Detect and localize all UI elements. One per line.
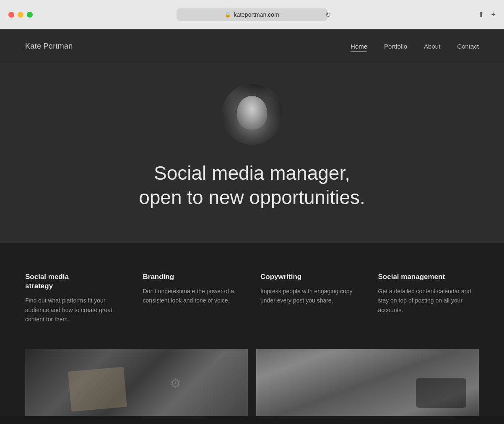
site-logo[interactable]: Kate Portman — [25, 42, 73, 51]
nav-link-portfolio[interactable]: Portfolio — [384, 43, 407, 50]
service-desc-1: Don't underestimate the power of a consi… — [143, 287, 244, 305]
reload-button[interactable]: ↻ — [325, 11, 331, 19]
portfolio-thumb-right-image — [256, 349, 479, 416]
nav-link-home[interactable]: Home — [351, 43, 367, 50]
service-branding: Branding Don't underestimate the power o… — [143, 272, 244, 324]
address-bar[interactable]: 🔒 kateportman.com — [177, 8, 327, 21]
services-section: Social mediastrategy Find out what platf… — [0, 243, 504, 349]
portfolio-thumb-right[interactable] — [256, 349, 479, 416]
share-button[interactable]: ⬆ — [478, 10, 484, 19]
nav-link-about[interactable]: About — [424, 43, 440, 50]
browser-actions: ⬆ + — [478, 10, 496, 19]
service-desc-3: Get a detailed content calendar and stay… — [378, 287, 479, 315]
traffic-lights — [8, 12, 33, 18]
service-title-1: Branding — [143, 272, 244, 282]
portfolio-thumb-left[interactable] — [25, 349, 248, 416]
nav-link-contact[interactable]: Contact — [457, 43, 479, 50]
browser-chrome: 🔒 kateportman.com ↻ ⬆ + — [0, 0, 504, 29]
service-desc-0: Find out what platforms fit your audienc… — [25, 296, 126, 324]
service-title-3: Social management — [378, 272, 479, 282]
service-title-2: Copywriting — [260, 272, 361, 282]
hero-title-line2: open to new opportunities. — [139, 186, 365, 208]
close-button[interactable] — [8, 12, 14, 18]
service-social-media-strategy: Social mediastrategy Find out what platf… — [25, 272, 126, 324]
hero-title: Social media manager, open to new opport… — [139, 161, 365, 209]
portfolio-thumb-left-image — [25, 349, 248, 416]
maximize-button[interactable] — [27, 12, 33, 18]
new-tab-button[interactable]: + — [491, 10, 496, 19]
service-social-management: Social management Get a detailed content… — [378, 272, 479, 324]
nav-links: Home Portfolio About Contact — [351, 43, 479, 50]
lock-icon: 🔒 — [225, 12, 231, 18]
website: Kate Portman Home Portfolio About Contac… — [0, 29, 504, 416]
service-title-0: Social mediastrategy — [25, 272, 126, 291]
portfolio-thumbs — [0, 349, 504, 416]
url-text: kateportman.com — [234, 11, 279, 18]
avatar-image — [222, 84, 283, 145]
minimize-button[interactable] — [18, 12, 23, 18]
main-nav: Kate Portman Home Portfolio About Contac… — [0, 29, 504, 63]
service-desc-2: Impress people with engaging copy under … — [260, 287, 361, 305]
service-copywriting: Copywriting Impress people with engaging… — [260, 272, 361, 324]
hero-title-line1: Social media manager, — [154, 162, 350, 184]
hero-section: Social media manager, open to new opport… — [0, 63, 504, 243]
avatar — [222, 84, 283, 145]
